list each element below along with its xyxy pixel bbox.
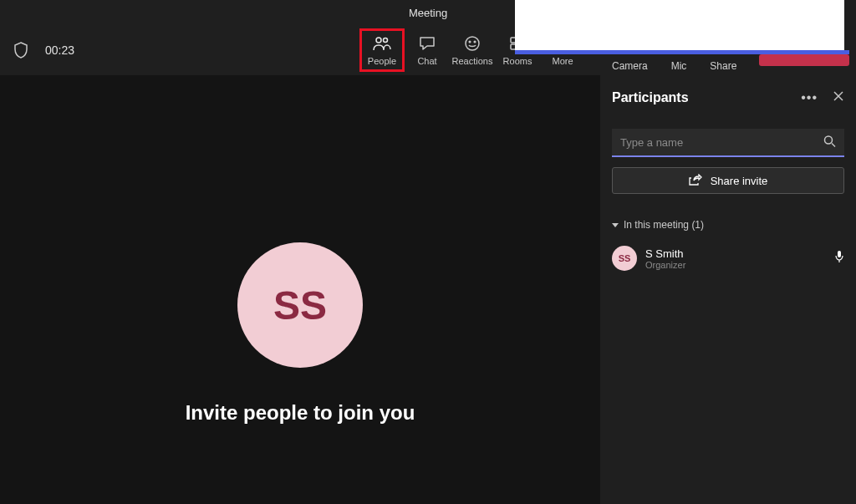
participant-info: S Smith Organizer	[645, 247, 826, 270]
white-overlay	[515, 0, 844, 50]
share-label[interactable]: Share	[710, 60, 736, 72]
svg-line-15	[832, 144, 835, 147]
reactions-button[interactable]: Reactions	[450, 28, 495, 72]
participant-row[interactable]: SS S Smith Organizer	[612, 244, 844, 272]
participant-role: Organizer	[645, 260, 826, 270]
mic-label[interactable]: Mic	[671, 60, 687, 72]
people-button[interactable]: People	[359, 28, 405, 72]
blue-strip	[515, 50, 849, 54]
close-icon[interactable]	[833, 90, 844, 105]
window-title: Meeting	[409, 7, 447, 19]
meeting-timer: 00:23	[45, 43, 74, 57]
shield-icon[interactable]	[13, 42, 28, 59]
toolbar-right: Camera Mic Share	[612, 60, 736, 72]
reactions-label: Reactions	[452, 56, 493, 66]
people-label: People	[368, 56, 396, 66]
self-avatar-initials: SS	[273, 283, 327, 328]
participant-name: S Smith	[645, 247, 826, 260]
svg-point-14	[825, 136, 833, 144]
chat-icon	[419, 34, 436, 53]
search-input[interactable]	[612, 129, 844, 157]
svg-point-1	[384, 38, 388, 43]
share-icon	[689, 174, 702, 188]
rooms-label: Rooms	[503, 56, 532, 66]
panel-header-actions: •••	[801, 90, 844, 105]
self-avatar: SS	[237, 242, 363, 368]
svg-point-4	[474, 41, 476, 43]
svg-point-0	[376, 38, 381, 43]
chat-label: Chat	[417, 56, 436, 66]
avatar: SS	[612, 246, 637, 271]
panel-header: Participants •••	[612, 90, 844, 105]
svg-rect-16	[838, 251, 841, 257]
mic-icon[interactable]	[834, 250, 844, 267]
people-icon	[373, 34, 391, 53]
chat-button[interactable]: Chat	[405, 28, 450, 72]
reactions-icon	[464, 34, 481, 53]
camera-label[interactable]: Camera	[612, 60, 648, 72]
main-area: SS Invite people to join you	[0, 75, 600, 504]
leave-button[interactable]	[759, 54, 849, 66]
invite-heading: Invite people to join you	[186, 401, 415, 425]
search-wrap	[612, 129, 844, 157]
svg-point-2	[466, 37, 479, 50]
svg-point-3	[469, 41, 471, 43]
avatar-initials: SS	[619, 253, 631, 263]
share-invite-label: Share invite	[711, 175, 768, 187]
search-icon[interactable]	[823, 135, 836, 151]
chevron-down-icon	[612, 219, 619, 231]
section-header[interactable]: In this meeting (1)	[612, 219, 844, 231]
section-label: In this meeting (1)	[624, 219, 704, 231]
share-invite-button[interactable]: Share invite	[612, 167, 844, 194]
participants-panel: Participants ••• Share	[600, 75, 856, 504]
panel-title: Participants	[612, 90, 689, 105]
panel-more-icon[interactable]: •••	[801, 90, 818, 105]
more-label: More	[552, 56, 573, 66]
